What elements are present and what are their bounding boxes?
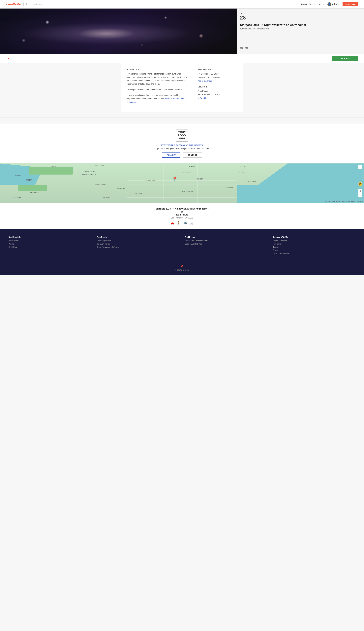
transit-icon[interactable]: 🚌 — [184, 221, 187, 225]
user-avatar: 👤 — [328, 2, 332, 6]
bike-icon[interactable]: 🚲 — [190, 221, 194, 225]
map-attribution: Map data ©2018 Google · Terms of Use · R… — [324, 201, 363, 202]
footer-help-center[interactable]: Help Center — [273, 243, 356, 245]
event-month: DEC — [240, 13, 360, 15]
organizer-description: Organizer of Stargaze 2018 - A Night Wal… — [6, 147, 358, 150]
footer-grid: Use Eventbrite How it Works Pricing Even… — [8, 236, 356, 255]
content-grid: DESCRIPTION Join us for an intimate even… — [126, 69, 238, 106]
footer-plan-events: Plan Events Online Registration Sell Eve… — [97, 236, 179, 255]
description-heading: DESCRIPTION — [126, 69, 189, 71]
hero-section: DEC 28 Stargaze 2018 - A Night Walk with… — [0, 9, 364, 54]
browse-events-link[interactable]: Browse Events — [301, 3, 314, 6]
event-time: 7:00 PM – 10:00 PM PST — [198, 76, 238, 79]
zoom-in-button[interactable]: + — [358, 189, 362, 193]
description-para3: I know it sounds cool, but this is just … — [126, 94, 189, 104]
help-link[interactable]: Help ▼ — [318, 3, 324, 6]
eventbrite-logo[interactable]: eventbrite — [6, 3, 20, 6]
footer-privacy[interactable]: Privacy — [273, 249, 356, 251]
user-icon: 👤 — [328, 3, 330, 5]
venue-at-text: at — [6, 211, 358, 213]
description-section: DESCRIPTION Join us for an intimate even… — [126, 69, 189, 106]
date-time-section: DATE AND TIME Fri, December 28, 2018 7:0… — [198, 69, 238, 82]
map-roads-svg — [0, 164, 364, 203]
zoom-out-button[interactable]: − — [358, 193, 362, 197]
footer-report-event[interactable]: Report This Event — [273, 240, 356, 242]
venue-address-card: San Francisco, CA 90201 — [6, 217, 358, 219]
tickets-button[interactable]: TICKETS — [332, 56, 358, 61]
venue-name-card: Twin Peaks — [6, 214, 358, 216]
event-organizer: by Eventbrite's Astronomy Enthusiasts — [240, 28, 360, 30]
venue-event-title: Stargaze 2018 - A Night Walk with an Ast… — [6, 208, 358, 210]
event-date-full: Fri, December 28, 2018 — [198, 72, 238, 75]
site-footer: Use Eventbrite How it Works Pricing Even… — [0, 229, 364, 275]
user-chevron-icon: ▼ — [338, 4, 339, 5]
footer-event-mgmt[interactable]: Event Management Software — [97, 246, 179, 248]
search-placeholder: Search for events — [29, 3, 43, 5]
footer-find-title: Find Events — [185, 236, 267, 238]
street-view-button[interactable]: 🧑 — [358, 182, 362, 186]
event-title: Stargaze 2018 - A Night Walk with an Ast… — [240, 23, 360, 27]
event-price: $20 - $55 — [240, 47, 360, 49]
organizer-buttons: FOLLOW CONTACT — [6, 153, 358, 158]
footer-logo: e — [8, 264, 356, 268]
header-left: eventbrite 🔍 Search for events — [6, 2, 52, 6]
event-day: 28 — [240, 15, 360, 21]
walk-icon[interactable]: 🚶 — [177, 221, 180, 225]
footer-use-title: Use Eventbrite — [8, 236, 91, 238]
galaxy-background — [0, 9, 236, 54]
user-menu[interactable]: 👤 Erica ▼ — [328, 2, 339, 6]
footer-community[interactable]: Community Guidelines — [273, 252, 356, 254]
main-nav: Browse Events Help ▼ 👤 Erica ▼ Create Ev… — [301, 2, 358, 7]
add-to-calendar-link[interactable]: Add to Calendar — [198, 80, 238, 82]
bookmark-icon: 🔖 — [7, 58, 10, 60]
hero-image — [0, 9, 236, 54]
location-heading: LOCATION — [198, 86, 238, 88]
venue-address-text: San Francisco, CA 90201 — [198, 93, 238, 96]
car-icon[interactable]: 🚗 — [170, 221, 174, 225]
footer-plan-title: Plan Events — [97, 236, 179, 238]
organizer-section: YOUR LOGO HERE EVENTBRITE'S ASTRONOMY EN… — [0, 123, 364, 163]
footer-copyright: © 2018 Eventbrite — [8, 269, 356, 271]
footer-bottom: e © 2018 Eventbrite — [8, 261, 356, 271]
map-expand-button[interactable]: ⤢ — [358, 165, 362, 169]
action-bar: 🔖 TICKETS — [0, 54, 364, 63]
search-bar[interactable]: 🔍 Search for events — [24, 2, 52, 6]
description-para1: Join us for an intimate evening of starg… — [126, 72, 189, 86]
footer-terms[interactable]: Terms — [273, 246, 356, 248]
map-container[interactable]: PRESIDIO COW HOLLOW NOB HILL FINANCIALDI… — [0, 163, 364, 203]
map-location-pin: 📍 — [172, 177, 177, 181]
venue-section: Stargaze 2018 - A Night Walk with an Ast… — [0, 203, 364, 229]
organizer-name[interactable]: EVENTBRITE'S ASTRONOMY ENTHUSIASTS — [6, 144, 358, 146]
footer-connect-title: Connect With Us — [273, 236, 356, 238]
footer-find-events: Find Events Browse San Francisco Events … — [185, 236, 267, 255]
view-map-link[interactable]: View Map — [198, 97, 238, 99]
footer-sell-tickets[interactable]: Sell Event Tickets — [97, 243, 179, 245]
main-content: DESCRIPTION Join us for an intimate even… — [121, 63, 243, 112]
footer-event-blog[interactable]: Event Blog — [8, 246, 91, 248]
site-header: eventbrite 🔍 Search for events Browse Ev… — [0, 0, 364, 9]
follow-button[interactable]: FOLLOW — [162, 153, 180, 158]
bookmark-button[interactable]: 🔖 — [6, 56, 11, 61]
footer-pricing[interactable]: Pricing — [8, 243, 91, 245]
footer-online-registration[interactable]: Online Registration — [97, 240, 179, 242]
footer-browse-sf[interactable]: Browse San Francisco Events — [185, 240, 267, 242]
date-time-heading: DATE AND TIME — [198, 69, 238, 71]
hero-info-panel: DEC 28 Stargaze 2018 - A Night Walk with… — [236, 9, 364, 54]
description-para2: Telescopes, blankets, and hot coco and c… — [126, 88, 189, 92]
footer-use-eventbrite: Use Eventbrite How it Works Pricing Even… — [8, 236, 91, 255]
footer-connect: Connect With Us Report This Event Help C… — [273, 236, 356, 255]
event-sidebar: DATE AND TIME Fri, December 28, 2018 7:0… — [198, 69, 238, 106]
username: Erica — [332, 3, 337, 6]
contact-button[interactable]: CONTACT — [183, 153, 202, 158]
transport-icons-row: 🚗 🚶 🚌 🚲 — [6, 221, 358, 225]
organizer-logo-placeholder: YOUR LOGO HERE — [176, 129, 188, 142]
map-zoom-controls: + − — [358, 189, 362, 197]
footer-get-app[interactable]: Get the Eventbrite App — [185, 243, 267, 245]
map-background: PRESIDIO COW HOLLOW NOB HILL FINANCIALDI… — [0, 164, 364, 203]
search-icon: 🔍 — [25, 3, 28, 5]
footer-how-it-works[interactable]: How it Works — [8, 240, 91, 242]
location-section: LOCATION Twin Peaks San Francisco, CA 90… — [198, 86, 238, 99]
chevron-down-icon: ▼ — [322, 4, 324, 5]
create-event-button[interactable]: Create Event — [342, 2, 358, 7]
venue-name-text: Twin Peaks — [198, 90, 238, 93]
